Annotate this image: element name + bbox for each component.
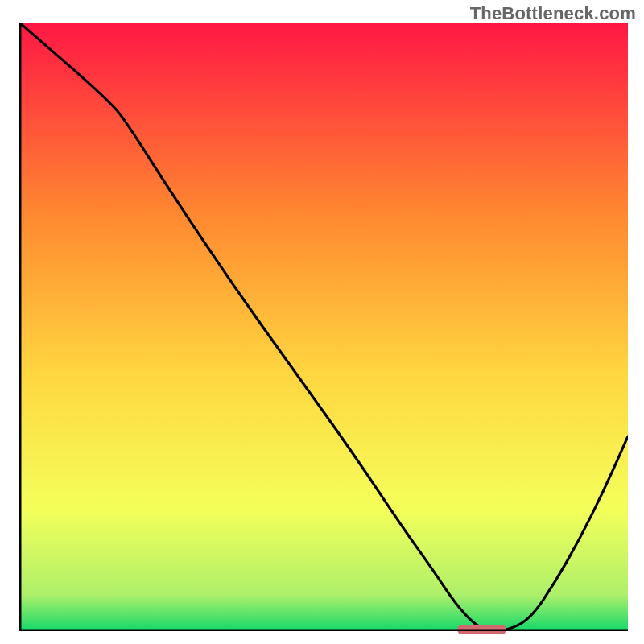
bottleneck-curve (19, 23, 628, 631)
plot-area (19, 23, 628, 631)
curve-layer (19, 23, 628, 631)
watermark-text: TheBottleneck.com (470, 3, 636, 24)
chart-container: TheBottleneck.com (0, 0, 644, 644)
optimum-marker (457, 625, 506, 634)
